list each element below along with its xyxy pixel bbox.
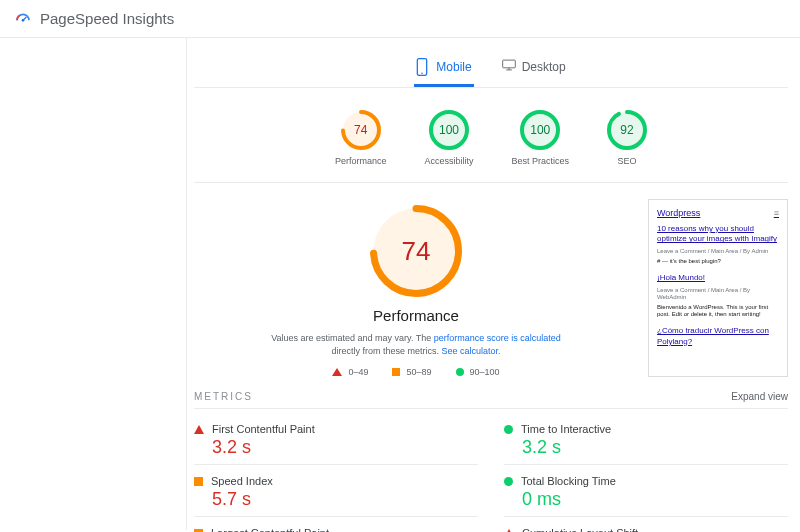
see-calculator-link[interactable]: See calculator. — [441, 346, 500, 356]
average-icon — [194, 477, 203, 486]
site-preview-thumbnail: Wordpress≡ 10 reasons why you should opt… — [648, 199, 788, 377]
svg-line-1 — [23, 17, 26, 20]
metric-cls: Cumulative Layout Shift 0.258 — [504, 523, 788, 532]
metric-fcp-value: 3.2 s — [212, 437, 478, 458]
tab-mobile[interactable]: Mobile — [414, 52, 473, 87]
metric-tti: Time to Interactive 3.2 s — [504, 419, 788, 465]
score-accessibility[interactable]: 100 Accessibility — [424, 110, 473, 166]
metric-tbt: Total Blocking Time 0 ms — [504, 471, 788, 517]
device-tabs: Mobile Desktop — [194, 52, 788, 88]
preview-menu-icon: ≡ — [774, 208, 779, 218]
pass-icon — [504, 477, 513, 486]
metric-si: Speed Index 5.7 s — [194, 471, 478, 517]
metrics-header: METRICS Expand view — [194, 391, 788, 409]
pass-icon — [504, 425, 513, 434]
svg-rect-4 — [502, 60, 515, 68]
metrics-grid: First Contentful Paint 3.2 s Time to Int… — [194, 419, 788, 532]
expand-view-link[interactable]: Expand view — [731, 391, 788, 402]
mobile-icon — [416, 58, 430, 76]
app-header: PageSpeed Insights — [0, 0, 800, 38]
metric-tbt-value: 0 ms — [522, 489, 788, 510]
metric-tti-value: 3.2 s — [522, 437, 788, 458]
legend-pass-icon — [456, 368, 464, 376]
preview-site-title: Wordpress — [657, 208, 700, 218]
metric-lcp: Largest Contentful Paint 3.2 s — [194, 523, 478, 532]
fail-icon — [194, 425, 204, 434]
tab-desktop-label: Desktop — [522, 60, 566, 74]
tab-mobile-label: Mobile — [436, 60, 471, 74]
perf-score-calc-link[interactable]: performance score is calculated — [434, 333, 561, 343]
performance-title: Performance — [373, 307, 459, 324]
score-performance[interactable]: 74 Performance — [335, 110, 387, 166]
score-legend: 0–49 50–89 90–100 — [332, 367, 499, 377]
metric-fcp: First Contentful Paint 3.2 s — [194, 419, 478, 465]
score-best-practices[interactable]: 100 Best Practices — [512, 110, 570, 166]
svg-point-3 — [421, 72, 423, 74]
app-title: PageSpeed Insights — [40, 10, 174, 27]
desktop-icon — [502, 58, 516, 76]
score-seo[interactable]: 92 SEO — [607, 110, 647, 166]
psi-logo-icon — [14, 11, 32, 27]
legend-average-icon — [392, 368, 400, 376]
metrics-heading: METRICS — [194, 391, 253, 402]
legend-fail-icon — [332, 368, 342, 376]
performance-gauge: 74 — [370, 205, 462, 297]
performance-description: Values are estimated and may vary. The p… — [256, 332, 576, 357]
performance-section: 74 Performance Values are estimated and … — [194, 195, 788, 391]
scores-row: 74 Performance 100 Accessibility 100 Bes… — [194, 102, 788, 183]
tab-desktop[interactable]: Desktop — [500, 52, 568, 87]
metric-si-value: 5.7 s — [212, 489, 478, 510]
